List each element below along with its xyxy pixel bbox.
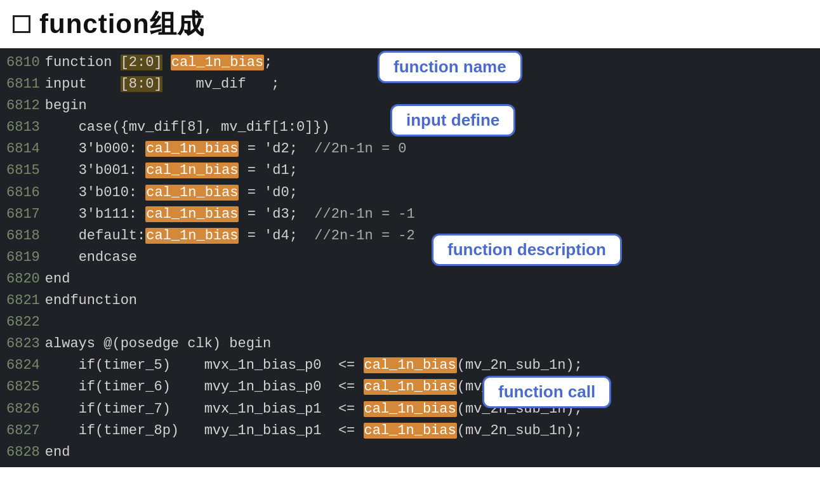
line-content-6820: end [45,269,820,290]
line-content-6823: always @(posedge clk) begin [45,333,820,355]
code-section: 6810 function [2:0] cal_1n_bias; 6811 in… [0,48,820,467]
line-num-6818: 6818 [0,225,45,247]
code-line-6828: 6828 end [0,442,820,463]
line-content-6814: 3'b000: cal_1n_bias = 'd2; //2n-1n = 0 [45,138,820,160]
code-line-6826: 6826 if(timer_7) mvx_1n_bias_p1 <= cal_1… [0,399,820,420]
line-num-6823: 6823 [0,333,45,355]
line-num-6815: 6815 [0,160,45,182]
code-line-6824: 6824 if(timer_5) mvx_1n_bias_p0 <= cal_1… [0,355,820,376]
line-content-6821: endfunction [45,290,820,312]
code-line-6818: 6818 default:cal_1n_bias = 'd4; //2n-1n … [0,225,820,247]
code-line-6816: 6816 3'b010: cal_1n_bias = 'd0; [0,182,820,204]
function-call-label: function call [482,376,611,408]
page-title: function组成 [39,6,204,42]
line-num-6825: 6825 [0,376,45,398]
line-num-6819: 6819 [0,247,45,269]
code-line-6821: 6821 endfunction [0,290,820,312]
code-line-6819: 6819 endcase [0,247,820,269]
function-name-label: function name [378,51,522,83]
header: function组成 [0,0,820,48]
line-content-6816: 3'b010: cal_1n_bias = 'd0; [45,182,820,204]
line-num-6822: 6822 [0,312,45,333]
code-line-6814: 6814 3'b000: cal_1n_bias = 'd2; //2n-1n … [0,138,820,160]
code-line-6815: 6815 3'b001: cal_1n_bias = 'd1; [0,160,820,182]
line-content-6826: if(timer_7) mvx_1n_bias_p1 <= cal_1n_bia… [45,399,820,420]
code-line-6825: 6825 if(timer_6) mvy_1n_bias_p0 <= cal_1… [0,376,820,398]
line-content-6825: if(timer_6) mvy_1n_bias_p0 <= cal_1n_bia… [45,376,820,398]
line-content-6817: 3'b111: cal_1n_bias = 'd3; //2n-1n = -1 [45,204,820,225]
line-content-6815: 3'b001: cal_1n_bias = 'd1; [45,160,820,182]
line-num-6816: 6816 [0,182,45,204]
code-line-6820: 6820 end [0,269,820,290]
checkbox-icon[interactable] [13,15,30,33]
line-num-6820: 6820 [0,269,45,290]
code-line-6827: 6827 if(timer_8p) mvy_1n_bias_p1 <= cal_… [0,420,820,442]
code-line-6822: 6822 [0,312,820,333]
page-container: function组成 6810 function [2:0] cal_1n_bi… [0,0,820,504]
line-num-6826: 6826 [0,399,45,420]
line-num-6824: 6824 [0,355,45,376]
line-num-6813: 6813 [0,117,45,138]
line-content-6822 [45,312,820,333]
line-num-6827: 6827 [0,420,45,442]
line-num-6814: 6814 [0,138,45,160]
code-line-6817: 6817 3'b111: cal_1n_bias = 'd3; //2n-1n … [0,204,820,225]
input-define-label: input define [390,104,515,136]
function-description-label: function description [432,234,622,266]
code-line-6823: 6823 always @(posedge clk) begin [0,333,820,355]
line-num-6828: 6828 [0,442,45,463]
line-num-6821: 6821 [0,290,45,312]
line-content-6828: end [45,442,820,463]
line-content-6824: if(timer_5) mvx_1n_bias_p0 <= cal_1n_bia… [45,355,820,376]
line-num-6811: 6811 [0,74,45,95]
line-content-6827: if(timer_8p) mvy_1n_bias_p1 <= cal_1n_bi… [45,420,820,442]
line-num-6810: 6810 [0,52,45,74]
line-num-6817: 6817 [0,204,45,225]
line-num-6812: 6812 [0,95,45,117]
